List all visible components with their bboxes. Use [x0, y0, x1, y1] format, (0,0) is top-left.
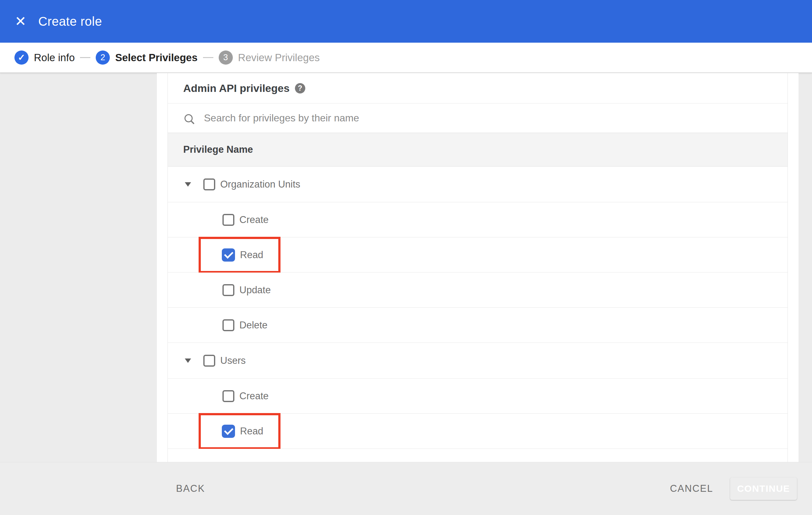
help-icon[interactable]: ?	[295, 83, 305, 93]
table-column-header: Privilege Name	[168, 133, 787, 166]
step-separator	[80, 57, 90, 58]
privilege-row-partial	[168, 449, 787, 462]
search-icon	[184, 114, 193, 122]
checkbox-update-3[interactable]	[223, 284, 234, 296]
privilege-row-read-2: Read	[168, 237, 787, 273]
privilege-row-users-5: Users	[168, 343, 787, 378]
checkbox-delete-4[interactable]	[223, 319, 234, 331]
privilege-row-update-3: Update	[168, 273, 787, 308]
content-card: Admin API privileges ? Privilege Name Or…	[157, 73, 799, 462]
app-header: ✕ Create role	[0, 0, 812, 43]
step-3-indicator: 3	[219, 51, 233, 65]
privilege-label: Organization Units	[220, 179, 300, 190]
privilege-label: Update	[239, 284, 271, 296]
privilege-row-delete-4: Delete	[168, 308, 787, 343]
collapse-arrow-icon[interactable]	[185, 182, 191, 187]
privilege-row-create-6: Create	[168, 378, 787, 414]
checkbox-organization-units-0[interactable]	[203, 178, 215, 190]
section-heading-row: Admin API privileges ?	[168, 73, 787, 103]
checkbox-create-6[interactable]	[223, 390, 234, 402]
checkbox-read-7[interactable]	[222, 425, 235, 438]
collapse-arrow-icon[interactable]	[185, 359, 191, 363]
close-icon[interactable]: ✕	[15, 14, 26, 28]
privilege-label: Create	[239, 214, 268, 225]
privilege-label: Read	[240, 249, 263, 261]
step-2[interactable]: 2Select Privileges	[96, 51, 197, 65]
footer-actions: CANCEL CONTINUE	[670, 477, 797, 500]
step-3[interactable]: 3Review Privileges	[219, 51, 320, 65]
cancel-button[interactable]: CANCEL	[670, 483, 713, 494]
continue-button[interactable]: CONTINUE	[730, 477, 797, 500]
column-header-label: Privilege Name	[183, 144, 253, 155]
privilege-row-organization-units-0: Organization Units	[168, 166, 787, 202]
check-icon: ✓	[18, 52, 25, 63]
privilege-label: Create	[239, 391, 268, 402]
privilege-label: Read	[240, 426, 263, 437]
checkbox-users-5[interactable]	[203, 355, 215, 367]
privilege-label: Users	[220, 355, 246, 366]
checkbox-create-1[interactable]	[223, 214, 234, 226]
footer-bar: BACK CANCEL CONTINUE	[0, 462, 812, 515]
back-button[interactable]: BACK	[176, 483, 205, 494]
step-2-label: Select Privileges	[115, 52, 197, 64]
privilege-rows: Organization UnitsCreateReadUpdateDelete…	[168, 166, 787, 462]
step-separator	[203, 57, 213, 58]
annotation-highlight	[199, 237, 281, 273]
privilege-row-read-7: Read	[168, 414, 787, 449]
checkbox-read-2[interactable]	[222, 248, 235, 262]
step-1-indicator: ✓	[14, 51, 29, 65]
step-1-label: Role info	[34, 52, 75, 64]
privileges-table: Admin API privileges ? Privilege Name Or…	[168, 73, 788, 462]
section-title: Admin API privileges	[183, 82, 290, 94]
step-1[interactable]: ✓Role info	[14, 51, 75, 65]
search-row	[168, 103, 787, 133]
stepper: ✓Role info2Select Privileges3Review Priv…	[0, 43, 812, 73]
privilege-label: Delete	[239, 320, 268, 331]
annotation-highlight	[199, 413, 281, 450]
privilege-row-create-1: Create	[168, 202, 787, 237]
step-3-label: Review Privileges	[238, 52, 320, 64]
privilege-search-input[interactable]	[204, 112, 674, 124]
dialog-title: Create role	[38, 14, 102, 29]
step-2-indicator: 2	[96, 51, 110, 65]
